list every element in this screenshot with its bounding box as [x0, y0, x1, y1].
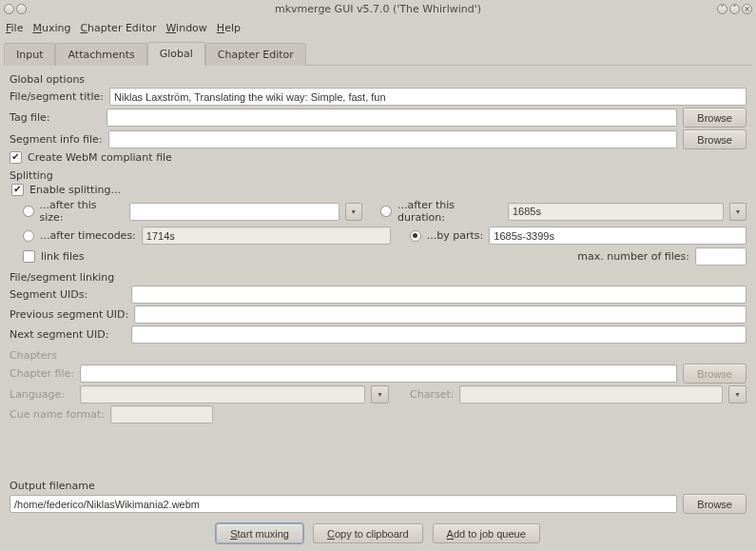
menubar: File Muxing Chapter Editor Window Help — [0, 18, 756, 37]
menu-chapter-editor[interactable]: Chapter Editor — [80, 22, 156, 34]
after-size-radio[interactable] — [23, 206, 34, 217]
segment-info-file-input[interactable] — [108, 130, 678, 148]
segment-info-file-browse-button[interactable]: Browse — [683, 129, 746, 149]
create-webm-label: Create WebM compliant file — [28, 151, 172, 164]
output-filename-heading: Output filename — [10, 480, 746, 492]
charset-dropdown-icon[interactable]: ▾ — [728, 385, 746, 403]
linking-heading: File/segment linking — [10, 271, 746, 284]
tab-chapter-editor[interactable]: Chapter Editor — [205, 43, 306, 66]
by-parts-input[interactable] — [489, 226, 746, 245]
next-uid-label: Next segment UID: — [10, 328, 126, 341]
tag-file-input[interactable] — [107, 108, 677, 127]
after-timecodes-label: ...after timecodes: — [40, 229, 136, 242]
by-parts-radio[interactable] — [410, 230, 421, 242]
after-timecodes-radio[interactable] — [23, 230, 34, 242]
chapter-file-browse-button[interactable]: Browse — [683, 364, 746, 384]
enable-splitting-label: Enable splitting... — [29, 184, 121, 196]
prev-uid-input[interactable] — [134, 305, 746, 324]
segment-uids-input[interactable] — [131, 285, 746, 304]
start-muxing-button[interactable]: Start muxing — [216, 523, 303, 543]
cue-name-format-input[interactable] — [110, 405, 213, 423]
tag-file-label: Tag file: — [10, 111, 101, 124]
segment-uids-label: Segment UIDs: — [10, 288, 126, 301]
tab-attachments[interactable]: Attachments — [55, 43, 146, 66]
after-size-label: ...after this size: — [40, 199, 124, 224]
after-duration-label: ...after this duration: — [397, 199, 502, 224]
next-uid-input[interactable] — [131, 325, 746, 344]
tab-content-global: Global options File/segment title: Tag f… — [0, 66, 756, 429]
cue-name-format-label: Cue name format: — [10, 408, 105, 421]
global-options-heading: Global options — [10, 73, 746, 86]
by-parts-label: ...by parts: — [427, 229, 483, 242]
link-files-checkbox[interactable] — [23, 250, 35, 263]
menu-muxing[interactable]: Muxing — [32, 22, 70, 34]
tag-file-browse-button[interactable]: Browse — [683, 108, 746, 128]
charset-label: Charset: — [410, 388, 454, 401]
chapter-file-label: Chapter file: — [10, 367, 74, 380]
menu-file[interactable]: File — [6, 22, 23, 34]
tab-input[interactable]: Input — [4, 43, 55, 66]
after-size-input[interactable] — [129, 203, 339, 221]
chapters-heading: Chapters — [10, 349, 746, 362]
menu-window[interactable]: Window — [165, 22, 206, 34]
output-browse-button[interactable]: Browse — [683, 494, 746, 514]
copy-to-clipboard-button[interactable]: Copy to clipboard — [313, 523, 423, 543]
link-files-label: link files — [41, 250, 84, 263]
create-webm-checkbox[interactable] — [10, 151, 22, 164]
output-filename-input[interactable] — [10, 495, 677, 513]
max-files-label: max. number of files: — [577, 250, 689, 263]
after-duration-input[interactable] — [508, 203, 724, 221]
prev-uid-label: Previous segment UID: — [10, 308, 128, 321]
file-segment-title-input[interactable] — [109, 88, 746, 106]
chapter-file-input[interactable] — [80, 364, 677, 383]
file-segment-title-label: File/segment title: — [10, 90, 104, 103]
after-timecodes-input[interactable] — [142, 226, 391, 245]
menu-help[interactable]: Help — [217, 22, 241, 34]
after-size-dropdown-icon[interactable]: ▾ — [345, 203, 362, 221]
splitting-heading: Splitting — [10, 169, 746, 182]
charset-input[interactable] — [459, 385, 723, 403]
language-input[interactable] — [80, 385, 365, 403]
after-duration-dropdown-icon[interactable]: ▾ — [729, 203, 746, 221]
max-files-input[interactable] — [695, 247, 746, 266]
add-to-job-queue-button[interactable]: Add to job queue — [433, 523, 540, 543]
tab-bar: Input Attachments Global Chapter Editor — [4, 41, 752, 66]
window-titlebar: mkvmerge GUI v5.7.0 ('The Whirlwind') ˅ … — [0, 0, 756, 18]
segment-info-file-label: Segment info file: — [10, 133, 103, 146]
output-section: Output filename Browse Start muxing Copy… — [0, 474, 756, 551]
enable-splitting-checkbox[interactable] — [11, 184, 24, 196]
window-title: mkvmerge GUI v5.7.0 ('The Whirlwind') — [0, 3, 756, 15]
language-dropdown-icon[interactable]: ▾ — [371, 385, 389, 403]
after-duration-radio[interactable] — [380, 206, 392, 217]
tab-global[interactable]: Global — [147, 42, 205, 66]
language-label: Language: — [10, 388, 74, 401]
